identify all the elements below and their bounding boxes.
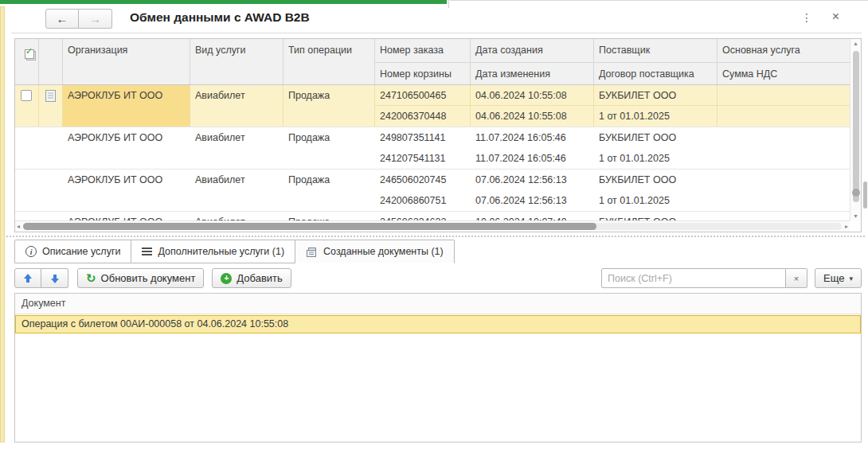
tab-additional-services[interactable]: Дополнительные услуги (1): [131, 240, 295, 263]
column-header-label: Вид услуги: [195, 45, 246, 56]
cell-main-service: [717, 170, 850, 211]
tab-label: Созданные документы (1): [323, 246, 444, 257]
cell-service-type: Авиабилет: [190, 212, 283, 220]
history-nav-group: ← →: [45, 9, 112, 29]
scroll-up-icon[interactable]: ▲: [850, 41, 861, 46]
orders-vertical-scrollbar[interactable]: ▲ ▼: [850, 39, 861, 220]
documents-table: Документ Операция с билетом 00АИ-000058 …: [14, 293, 862, 442]
tab-created-documents[interactable]: Созданные документы (1): [295, 240, 455, 263]
cell-service-type: Авиабилет: [190, 170, 283, 211]
cell-dates: 10.06.2024 10:07:40: [471, 212, 594, 220]
tab-label: Описание услуги: [42, 246, 120, 257]
orders-horizontal-scrollbar[interactable]: ◂ ▸: [15, 220, 850, 232]
cell-supplier: БУКБИЛЕТ ООО 1 от 01.01.2025: [594, 170, 717, 211]
active-tab-accent-bar: [0, 0, 447, 4]
column-header-organization[interactable]: Организация: [63, 39, 190, 84]
page-title: Обмен данными с AWAD B2B: [130, 10, 310, 25]
cell-service-type: Авиабилет: [190, 127, 283, 169]
cell-dates: 11.07.2024 16:05:46 11.07.2024 16:05:46: [471, 127, 594, 169]
arrow-down-icon: [51, 274, 59, 283]
column-header-label: Номер корзины: [375, 62, 470, 84]
add-button[interactable]: + Добавить: [212, 268, 291, 288]
window-vertical-scrollbar-thumb[interactable]: [863, 181, 867, 209]
column-header-supplier[interactable]: Поставщик Договор поставщика: [594, 39, 717, 84]
row-icon-header-cell: [39, 39, 63, 84]
scroll-down-icon[interactable]: ▼: [850, 213, 861, 219]
refresh-document-button[interactable]: ↻ Обновить документ: [77, 268, 204, 288]
orders-table-header-row: ✓ Организация Вид услуги Тип операции Но…: [15, 39, 850, 85]
refresh-icon: ↻: [86, 272, 96, 284]
add-button-label: Добавить: [237, 272, 282, 284]
cell-operation-type: Продажа: [283, 170, 375, 211]
cell-main-service: [717, 127, 850, 169]
forward-icon: →: [89, 12, 101, 25]
column-header-operation-type[interactable]: Тип операции: [283, 39, 375, 84]
plus-icon: +: [221, 273, 232, 284]
cell-supplier: БУКБИЛЕТ ООО 1 от 01.01.2025: [594, 127, 717, 169]
move-down-button[interactable]: [41, 268, 68, 288]
select-all-icon[interactable]: ✓: [25, 49, 37, 61]
forward-button[interactable]: →: [79, 9, 112, 29]
kebab-menu-icon[interactable]: ⋮: [801, 11, 812, 24]
scroll-right-icon[interactable]: ▸: [845, 221, 848, 232]
app-window: ← → Обмен данными с AWAD B2B ⋮ × ✓: [0, 0, 868, 460]
documents-column-header[interactable]: Документ: [15, 294, 861, 314]
back-button[interactable]: ←: [45, 9, 79, 29]
cell-order-number: 245606234632: [375, 212, 471, 220]
search-clear-icon: ×: [794, 274, 799, 283]
cell-service-type: Авиабилет: [190, 85, 283, 127]
cell-main-service: [717, 212, 850, 220]
tab-service-description[interactable]: i Описание услуги: [14, 240, 131, 263]
documents-toolbar: ↻ Обновить документ + Добавить × Еще ▾: [14, 268, 862, 288]
column-header-label: Сумма НДС: [717, 62, 850, 84]
cell-order-number: 247106500465 242006370448: [375, 85, 471, 127]
horizontal-scrollbar-thumb[interactable]: [23, 223, 596, 230]
column-header-label: Основная услуга: [717, 39, 850, 62]
column-header-created-date[interactable]: Дата создания Дата изменения: [471, 39, 594, 84]
scroll-left-icon[interactable]: ◂: [17, 221, 20, 232]
cell-order-number: 249807351141 241207541131: [375, 127, 471, 169]
cell-order-number: 246506020745 242006860751: [375, 170, 471, 211]
chevron-down-icon: ▾: [849, 275, 853, 283]
column-header-label: Дата изменения: [471, 62, 593, 84]
back-icon: ←: [57, 12, 68, 25]
refresh-button-label: Обновить документ: [101, 272, 196, 284]
cell-organization: АЭРОКЛУБ ИТ ООО: [63, 127, 190, 169]
column-header-main-service[interactable]: Основная услуга Сумма НДС: [717, 39, 850, 84]
table-row[interactable]: АЭРОКЛУБ ИТ ООО Авиабилет Продажа 246506…: [15, 170, 850, 212]
more-button-label: Еще: [823, 272, 844, 284]
vertical-scrollbar-knob[interactable]: [852, 189, 860, 197]
top-hairline: [450, 0, 868, 1]
more-button[interactable]: Еще ▾: [815, 268, 862, 288]
search-clear-button[interactable]: ×: [786, 268, 807, 288]
document-row[interactable]: Операция с билетом 00АИ-000058 от 04.06.…: [15, 315, 861, 333]
column-header-service-type[interactable]: Вид услуги: [190, 39, 283, 84]
table-row[interactable]: АЭРОКЛУБ ИТ ООО Авиабилет Продажа 249807…: [15, 127, 850, 170]
orders-table-viewport: ✓ Организация Вид услуги Тип операции Но…: [15, 39, 850, 220]
cell-operation-type: Продажа: [283, 127, 375, 169]
document-icon: [45, 90, 56, 102]
cell-main-service: [717, 85, 850, 127]
cell-operation-type: Продажа: [283, 212, 375, 220]
column-header-order-number[interactable]: Номер заказа Номер корзины: [375, 39, 471, 84]
move-up-button[interactable]: [14, 268, 41, 288]
column-header-label: Тип операции: [288, 45, 352, 56]
search-input[interactable]: [601, 268, 786, 288]
table-row[interactable]: АЭРОКЛУБ ИТ ООО Авиабилет Продажа 245606…: [15, 212, 850, 220]
cell-operation-type: Продажа: [283, 85, 375, 127]
column-header-label: Дата создания: [471, 39, 593, 62]
panel-splitter[interactable]: [6, 236, 865, 237]
row-checkbox[interactable]: [21, 90, 32, 101]
row-select-cell: [15, 85, 39, 127]
form-header: ← → Обмен данными с AWAD B2B ⋮ ×: [11, 6, 862, 33]
cell-dates: 04.06.2024 10:55:08 04.06.2024 10:55:08: [471, 85, 594, 127]
tab-bar: i Описание услуги Дополнительные услуги …: [14, 240, 455, 263]
table-row[interactable]: АЭРОКЛУБ ИТ ООО Авиабилет Продажа 247106…: [15, 85, 850, 127]
tab-label: Дополнительные услуги (1): [158, 246, 284, 257]
cell-organization: АЭРОКЛУБ ИТ ООО: [63, 212, 190, 220]
select-all-header-cell[interactable]: ✓: [15, 39, 39, 84]
close-icon[interactable]: ×: [832, 10, 839, 24]
vertical-scrollbar-thumb[interactable]: [853, 51, 859, 202]
column-header-label: Организация: [68, 45, 127, 56]
form-left-accent-strip: [0, 6, 5, 442]
